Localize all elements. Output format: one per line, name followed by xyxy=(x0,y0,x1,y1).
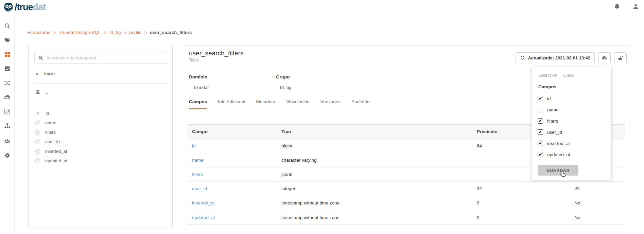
checkbox-option-user-id[interactable]: ✔ user_id xyxy=(538,129,562,135)
notifications-bell-icon[interactable] xyxy=(613,3,621,10)
field-nullable: No xyxy=(530,210,625,224)
sidebar-item-users[interactable] xyxy=(0,136,15,146)
sidebar-item-search[interactable] xyxy=(0,20,15,31)
breadcrumb-item[interactable]: td_bg xyxy=(109,30,121,35)
field-label: inserted_at xyxy=(45,149,67,154)
field-type: timestamp without time zone xyxy=(277,196,472,210)
mouse-cursor-hand xyxy=(559,169,567,178)
checkbox-icon[interactable]: ✔ xyxy=(538,107,543,112)
page-title: user_search_filters xyxy=(189,50,244,57)
structure-search-box[interactable] xyxy=(34,52,168,64)
option-label: inserted_at xyxy=(547,141,570,146)
field-link[interactable]: updated_at xyxy=(187,210,277,224)
table-row: updated_at timestamp without time zone 0… xyxy=(187,210,625,224)
field-item-user-id[interactable]: ? user_id xyxy=(35,139,60,144)
tab-campos[interactable]: Campos xyxy=(189,99,207,109)
option-label: id xyxy=(547,96,551,101)
field-type: integer xyxy=(277,182,472,196)
drive-icon xyxy=(4,94,11,101)
column-header-campo: Campo xyxy=(187,125,277,139)
tags-icon xyxy=(4,37,11,43)
grid-apps-icon xyxy=(4,51,11,58)
column-picker-dropdown: Select All Clear Campos ✔ id ✔ name ✔ fi… xyxy=(531,67,612,180)
nav-back-home[interactable]: « Inicio xyxy=(35,71,55,76)
field-item-id[interactable]: # id xyxy=(35,111,49,116)
field-label: user_id xyxy=(45,139,60,144)
sitemap-icon xyxy=(4,123,11,129)
sidebar-item-tasks[interactable] xyxy=(0,63,15,74)
column-header-tipo: Tipo xyxy=(277,125,472,139)
field-precision: 32 xyxy=(472,182,530,196)
truedat-logo[interactable]: /truedat xyxy=(3,1,46,13)
field-link[interactable]: name xyxy=(187,153,277,167)
field-link[interactable]: filters xyxy=(187,167,277,182)
checkbox-option-name[interactable]: ✔ name xyxy=(538,107,559,112)
checkbox-option-updated-at[interactable]: ✔ updated_at xyxy=(538,152,570,157)
updated-label: Actualizada: 2021-02-01 13:42 xyxy=(528,55,590,60)
checkbox-icon[interactable]: ✔ xyxy=(538,141,543,146)
field-link[interactable]: user_id xyxy=(187,182,277,196)
field-item-filters[interactable]: ? filters xyxy=(35,130,56,135)
breadcrumb-separator: > xyxy=(104,30,106,35)
checkbox-icon[interactable]: ✔ xyxy=(538,152,543,157)
breadcrumb-separator: > xyxy=(124,30,126,35)
table-row: user_id integer 32 Sí xyxy=(187,182,625,196)
checkbox-icon[interactable]: ✔ xyxy=(538,118,543,124)
checkbox-icon[interactable]: ✔ xyxy=(538,129,543,135)
breadcrumb-item[interactable]: public xyxy=(129,30,141,35)
breadcrumb-current: user_search_filters xyxy=(150,30,192,35)
nav-parent-label: .. xyxy=(46,90,48,95)
tab-vinculacion[interactable]: Vinculación xyxy=(286,99,310,109)
domain-label: Dominio xyxy=(189,74,269,79)
users-icon xyxy=(4,138,11,144)
top-bar: /truedat xyxy=(0,0,644,14)
unlock-icon xyxy=(617,55,623,61)
refresh-updated-button[interactable]: Actualizada: 2021-02-01 13:42 xyxy=(516,52,595,63)
checkbox-icon[interactable]: ✔ xyxy=(538,96,543,101)
checkbox-option-id[interactable]: ✔ id xyxy=(538,96,551,101)
table-row: inserted_at timestamp without time zone … xyxy=(187,196,625,210)
sidebar-item-systems[interactable] xyxy=(0,92,15,103)
checkbox-option-inserted-at[interactable]: ✔ inserted_at xyxy=(538,141,570,146)
question-circle-icon: ? xyxy=(35,149,40,154)
guardar-button[interactable]: GUARDAR xyxy=(538,165,578,176)
breadcrumb-item[interactable]: Truedat PostgreSQL xyxy=(59,30,101,35)
checkbox-option-filters[interactable]: ✔ filters xyxy=(538,118,558,124)
option-label: name xyxy=(547,107,559,112)
field-label: id xyxy=(46,111,49,116)
field-item-inserted-at[interactable]: ? inserted_at xyxy=(35,149,67,154)
group-value: td_bg xyxy=(280,85,349,90)
select-all-link[interactable]: Select All xyxy=(538,73,557,78)
field-item-updated-at[interactable]: ? updated_at xyxy=(35,158,67,163)
user-account-icon[interactable] xyxy=(632,3,639,10)
column-header-precision: Precisión xyxy=(472,125,530,139)
tab-metadata[interactable]: Metadata xyxy=(256,99,275,109)
question-circle-icon: ? xyxy=(35,140,40,144)
tab-versiones[interactable]: Versiones xyxy=(320,99,341,109)
field-link[interactable]: id xyxy=(187,139,277,153)
profiling-button[interactable] xyxy=(598,52,611,63)
nav-parent-node[interactable]: .. xyxy=(35,90,48,95)
sidebar-item-quality[interactable] xyxy=(0,106,15,117)
sidebar-item-lineage[interactable] xyxy=(0,77,15,88)
sidebar-item-settings[interactable] xyxy=(0,150,15,161)
clear-link[interactable]: Clear xyxy=(563,73,574,78)
breadcrumb-item[interactable]: Estructuras xyxy=(27,30,50,35)
sidebar-item-taxonomy[interactable] xyxy=(0,120,15,131)
option-label: updated_at xyxy=(547,152,570,157)
panel-divider xyxy=(34,83,168,84)
tab-auditoria[interactable]: Auditória xyxy=(351,99,369,109)
field-nullable: No xyxy=(530,196,625,210)
field-type: timestamp without time zone xyxy=(277,210,472,224)
sidebar-item-structures[interactable] xyxy=(0,49,15,60)
field-link[interactable]: inserted_at xyxy=(187,196,277,210)
search-input[interactable] xyxy=(47,55,164,60)
owl-icon xyxy=(3,1,14,13)
permissions-button[interactable] xyxy=(614,52,627,63)
sidebar-item-tags[interactable] xyxy=(0,35,15,46)
field-item-name[interactable]: ? name xyxy=(35,120,56,125)
option-label: user_id xyxy=(547,130,562,135)
breadcrumb: Estructuras > Truedat PostgreSQL > td_bg… xyxy=(27,30,192,35)
tab-info-adicional[interactable]: Info Adicional xyxy=(218,99,245,109)
field-nullable: Sí xyxy=(530,182,625,196)
